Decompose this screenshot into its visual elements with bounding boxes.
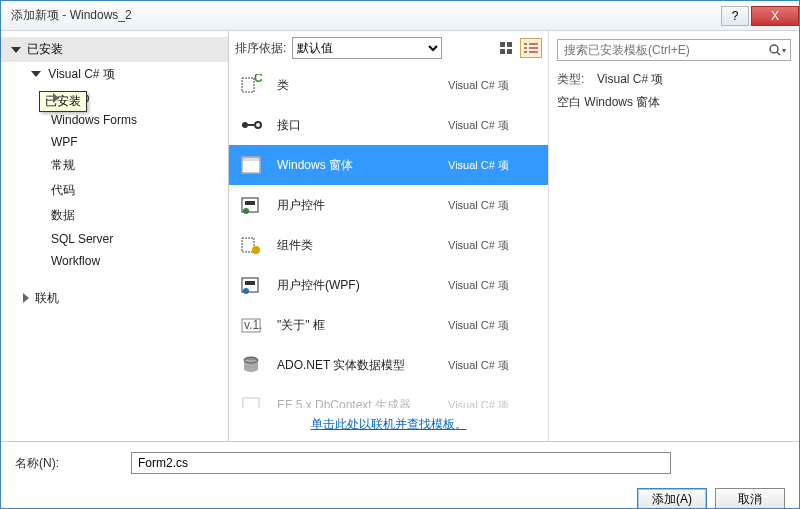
svg-text:v.1.0: v.1.0 — [244, 318, 262, 332]
search-icon — [769, 44, 781, 56]
dialog-buttons: 添加(A) 取消 — [15, 488, 785, 509]
ef-icon — [239, 393, 263, 408]
detail-desc-row: 空白 Windows 窗体 — [557, 94, 791, 111]
sort-select[interactable]: 默认值 — [292, 37, 442, 59]
svg-rect-6 — [524, 47, 527, 49]
svg-rect-8 — [524, 51, 527, 53]
sidebar-item-sqlserver[interactable]: SQL Server — [1, 228, 228, 250]
view-grid-button[interactable] — [496, 38, 518, 58]
item-name: ADO.NET 实体数据模型 — [277, 357, 448, 374]
aboutbox-icon: v.1.0 — [239, 313, 263, 337]
filename-row: 名称(N): — [15, 452, 785, 474]
sort-label: 排序依据: — [235, 40, 286, 57]
sidebar-item-csharp[interactable]: Visual C# 项 — [1, 62, 228, 87]
search-input[interactable] — [558, 40, 764, 60]
svg-point-31 — [770, 45, 778, 53]
add-button[interactable]: 添加(A) — [637, 488, 707, 509]
list-item-winform[interactable]: Windows 窗体 Visual C# 项 — [229, 145, 548, 185]
sidebar-separator — [1, 272, 228, 286]
svg-rect-10 — [242, 78, 254, 92]
svg-point-24 — [243, 288, 249, 294]
svg-rect-3 — [507, 49, 512, 54]
item-name: 用户控件 — [277, 197, 448, 214]
item-type: Visual C# 项 — [448, 238, 538, 253]
svg-rect-30 — [243, 398, 259, 408]
item-name: 组件类 — [277, 237, 448, 254]
tooltip-text: 已安装 — [45, 94, 81, 108]
sidebar-installed-header[interactable]: 已安装 — [1, 37, 228, 62]
view-list-button[interactable] — [520, 38, 542, 58]
usercontrol-wpf-icon — [239, 273, 263, 297]
svg-rect-20 — [245, 201, 255, 205]
usercontrol-icon — [239, 193, 263, 217]
item-type: Visual C# 项 — [448, 198, 538, 213]
svg-rect-0 — [500, 42, 505, 47]
sidebar-item-label: 数据 — [51, 208, 75, 222]
chevron-down-icon — [11, 47, 21, 53]
sidebar-item-label: SQL Server — [51, 232, 113, 246]
item-name: "关于" 框 — [277, 317, 448, 334]
sidebar-item-label: 联机 — [35, 291, 59, 305]
dropdown-arrow-icon: ▾ — [782, 46, 786, 55]
sidebar-item-online[interactable]: 联机 — [1, 286, 228, 311]
help-button[interactable]: ? — [721, 6, 749, 26]
sidebar-item-label: 常规 — [51, 158, 75, 172]
detail-type-label: 类型: — [557, 71, 597, 88]
sidebar-item-label: WPF — [51, 135, 78, 149]
list-item-class[interactable]: C# 类 Visual C# 项 — [229, 65, 548, 105]
list-item-ef[interactable]: EF 5.x DbContext 生成器 Visual C# 项 — [229, 385, 548, 408]
list-item-component[interactable]: 组件类 Visual C# 项 — [229, 225, 548, 265]
sidebar-item-wpf[interactable]: WPF — [1, 131, 228, 153]
filename-input[interactable] — [131, 452, 671, 474]
list-item-usercontrol-wpf[interactable]: 用户控件(WPF) Visual C# 项 — [229, 265, 548, 305]
detail-type-value: Visual C# 项 — [597, 71, 663, 88]
detail-type-row: 类型: Visual C# 项 — [557, 71, 791, 88]
tooltip: 已安装 — [39, 91, 87, 112]
window-title: 添加新项 - Windows_2 — [11, 7, 719, 24]
details-panel: ▾ 类型: Visual C# 项 空白 Windows 窗体 — [549, 31, 799, 441]
main-area: 已安装 Visual C# 项 已安装 Web Windows Forms WP… — [1, 31, 799, 441]
interface-icon — [239, 113, 263, 137]
item-name: 类 — [277, 77, 448, 94]
sidebar-item-data[interactable]: 数据 — [1, 203, 228, 228]
form-icon — [239, 153, 263, 177]
sidebar-item-workflow[interactable]: Workflow — [1, 250, 228, 272]
component-icon — [239, 233, 263, 257]
sidebar-item-code[interactable]: 代码 — [1, 178, 228, 203]
close-button[interactable]: X — [751, 6, 799, 26]
svg-point-19 — [243, 208, 249, 214]
template-list[interactable]: C# 类 Visual C# 项 接口 Visual C# 项 Windows … — [229, 65, 548, 408]
center-panel: 排序依据: 默认值 C# 类 Visual C# 项 接口 Visual C# … — [229, 31, 549, 441]
list-item-interface[interactable]: 接口 Visual C# 项 — [229, 105, 548, 145]
list-item-adonet[interactable]: ADO.NET 实体数据模型 Visual C# 项 — [229, 345, 548, 385]
help-icon: ? — [732, 9, 739, 23]
sidebar-item-web[interactable]: Web — [1, 87, 228, 109]
svg-rect-2 — [500, 49, 505, 54]
search-box: ▾ — [557, 39, 791, 61]
item-type: Visual C# 项 — [448, 318, 538, 333]
sidebar-installed-label: 已安装 — [27, 41, 63, 58]
cancel-button[interactable]: 取消 — [715, 488, 785, 509]
online-search-link[interactable]: 单击此处以联机并查找模板。 — [311, 417, 467, 431]
svg-point-14 — [255, 122, 261, 128]
bottom-panel: 名称(N): 添加(A) 取消 — [1, 441, 799, 509]
sidebar-item-winforms[interactable]: Windows Forms — [1, 109, 228, 131]
list-item-usercontrol[interactable]: 用户控件 Visual C# 项 — [229, 185, 548, 225]
toolbar: 排序依据: 默认值 — [229, 31, 548, 65]
view-mode-group — [496, 38, 542, 58]
chevron-right-icon — [53, 93, 59, 103]
online-search-link-row: 单击此处以联机并查找模板。 — [229, 408, 548, 441]
svg-point-22 — [252, 246, 260, 254]
item-type: Visual C# 项 — [448, 358, 538, 373]
titlebar: 添加新项 - Windows_2 ? X — [1, 1, 799, 31]
list-item-aboutbox[interactable]: v.1.0 "关于" 框 Visual C# 项 — [229, 305, 548, 345]
item-name: EF 5.x DbContext 生成器 — [277, 397, 448, 409]
class-icon: C# — [239, 73, 263, 97]
item-type: Visual C# 项 — [448, 118, 538, 133]
close-icon: X — [771, 9, 779, 23]
item-name: Windows 窗体 — [277, 157, 448, 174]
search-button[interactable]: ▾ — [764, 40, 790, 60]
item-type: Visual C# 项 — [448, 78, 538, 93]
sidebar-item-general[interactable]: 常规 — [1, 153, 228, 178]
detail-description: 空白 Windows 窗体 — [557, 94, 660, 111]
